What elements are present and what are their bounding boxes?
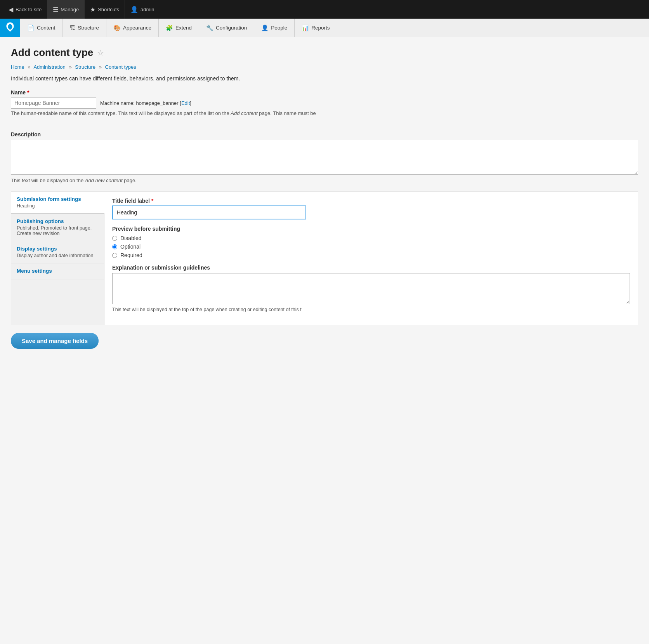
shortcuts-link[interactable]: ★ Shortcuts — [85, 0, 125, 19]
tab-publishing-desc: Published, Promoted to front page, Creat… — [17, 225, 99, 236]
tab-submission-form-settings[interactable]: Submission form settings Heading — [11, 191, 104, 214]
preview-label: Preview before submitting — [112, 226, 630, 232]
structure-icon: 🏗 — [69, 24, 75, 31]
breadcrumb-sep-3: » — [99, 64, 102, 70]
name-label: Name * — [11, 89, 638, 96]
breadcrumb: Home » Administration » Structure » Cont… — [11, 64, 638, 70]
breadcrumb-structure[interactable]: Structure — [75, 64, 95, 70]
nav-item-appearance[interactable]: 🎨 Appearance — [106, 19, 159, 37]
tab-submission-desc: Heading — [17, 203, 99, 209]
description-field-section: Description This text will be displayed … — [11, 131, 638, 183]
radio-required-input[interactable] — [112, 253, 117, 258]
page-content: Add content type ☆ Home » Administration… — [0, 37, 649, 644]
admin-link[interactable]: 👤 admin — [125, 0, 160, 19]
nav-item-people[interactable]: 👤 People — [254, 19, 295, 37]
page-title: Add content type — [11, 47, 93, 59]
admin-bar: ◀ Back to site ☰ Manage ★ Shortcuts 👤 ad… — [0, 0, 649, 19]
nav-label-reports: Reports — [311, 25, 330, 31]
radio-disabled-input[interactable] — [112, 236, 117, 241]
breadcrumb-sep-1: » — [28, 64, 30, 70]
back-arrow-icon: ◀ — [9, 6, 13, 13]
star-icon: ★ — [90, 6, 95, 13]
tab-publishing-options[interactable]: Publishing options Published, Promoted t… — [11, 214, 104, 241]
radio-optional[interactable]: Optional — [112, 244, 630, 250]
menu-icon: ☰ — [53, 6, 58, 13]
breadcrumb-administration[interactable]: Administration — [33, 64, 65, 70]
tab-display-desc: Display author and date information — [17, 253, 99, 258]
extend-icon: 🧩 — [166, 24, 173, 31]
reports-icon: 📊 — [302, 24, 309, 31]
description-hint: This text will be displayed on the Add n… — [11, 178, 638, 183]
tab-menu-title: Menu settings — [17, 268, 99, 274]
page-title-row: Add content type ☆ — [11, 47, 638, 59]
description-label: Description — [11, 131, 638, 138]
radio-disabled-label: Disabled — [120, 235, 141, 241]
preview-section: Preview before submitting Disabled Optio… — [112, 226, 630, 258]
title-field-label: Title field label * — [112, 198, 630, 204]
radio-required[interactable]: Required — [112, 252, 630, 258]
nav-label-structure: Structure — [78, 25, 99, 31]
nav-item-reports[interactable]: 📊 Reports — [295, 19, 337, 37]
tab-display-settings[interactable]: Display settings Display author and date… — [11, 241, 104, 263]
settings-content-area: Title field label * Preview before submi… — [104, 191, 638, 325]
preview-radio-group: Disabled Optional Required — [112, 235, 630, 258]
radio-optional-input[interactable] — [112, 244, 117, 249]
name-input[interactable] — [11, 97, 96, 109]
breadcrumb-sep-2: » — [69, 64, 71, 70]
nav-item-configuration[interactable]: 🔧 Configuration — [199, 19, 254, 37]
explanation-textarea[interactable] — [112, 273, 630, 304]
nav-item-structure[interactable]: 🏗 Structure — [62, 19, 106, 37]
name-field-hint: The human-readable name of this content … — [11, 110, 638, 116]
favorite-star-icon[interactable]: ☆ — [97, 48, 104, 57]
nav-label-configuration: Configuration — [216, 25, 247, 31]
manage-label: Manage — [61, 7, 79, 12]
drupal-logo[interactable] — [0, 19, 20, 37]
breadcrumb-home[interactable]: Home — [11, 64, 24, 70]
admin-label: admin — [141, 7, 154, 12]
sidebar-empty-area — [11, 280, 104, 303]
nav-item-extend[interactable]: 🧩 Extend — [159, 19, 199, 37]
title-required-indicator: * — [151, 198, 153, 204]
breadcrumb-content-types[interactable]: Content types — [105, 64, 136, 70]
save-and-manage-fields-button[interactable]: Save and manage fields — [11, 333, 99, 349]
machine-name-display: Machine name: homepage_banner [Edit] — [100, 100, 191, 106]
machine-name-edit-link[interactable]: Edit — [181, 100, 190, 106]
tab-publishing-title: Publishing options — [17, 218, 99, 224]
nav-item-content[interactable]: 📄 Content — [20, 19, 62, 37]
tab-menu-settings[interactable]: Menu settings — [11, 263, 104, 280]
nav-label-extend: Extend — [175, 25, 192, 31]
configuration-icon: 🔧 — [206, 24, 213, 31]
appearance-icon: 🎨 — [113, 24, 121, 31]
tab-submission-title: Submission form settings — [17, 196, 99, 202]
settings-panel: Submission form settings Heading Publish… — [11, 191, 638, 325]
save-button-label: Save and manage fields — [22, 338, 88, 344]
nav-label-people: People — [271, 25, 287, 31]
explanation-label: Explanation or submission guidelines — [112, 265, 630, 271]
nav-label-content: Content — [37, 25, 55, 31]
user-icon: 👤 — [130, 6, 138, 13]
page-description: Individual content types can have differ… — [11, 75, 638, 82]
title-field-section: Title field label * — [112, 198, 630, 219]
content-icon: 📄 — [27, 24, 35, 31]
explanation-section: Explanation or submission guidelines Thi… — [112, 265, 630, 312]
divider-1 — [11, 124, 638, 124]
name-required-indicator: * — [27, 89, 29, 96]
shortcuts-label: Shortcuts — [98, 7, 119, 12]
explanation-hint: This text will be displayed at the top o… — [112, 307, 630, 312]
name-field-section: Name * Machine name: homepage_banner [Ed… — [11, 89, 638, 116]
back-to-site-link[interactable]: ◀ Back to site — [3, 0, 47, 19]
radio-disabled[interactable]: Disabled — [112, 235, 630, 241]
people-icon: 👤 — [261, 24, 269, 31]
nav-label-appearance: Appearance — [123, 25, 151, 31]
back-to-site-label: Back to site — [16, 7, 42, 12]
tab-display-title: Display settings — [17, 246, 99, 252]
radio-required-label: Required — [120, 252, 142, 258]
radio-optional-label: Optional — [120, 244, 141, 250]
description-textarea[interactable] — [11, 140, 638, 175]
name-input-row: Machine name: homepage_banner [Edit] — [11, 97, 638, 109]
settings-sidebar: Submission form settings Heading Publish… — [11, 191, 104, 325]
title-field-input[interactable] — [112, 205, 306, 219]
main-nav: 📄 Content 🏗 Structure 🎨 Appearance 🧩 Ext… — [0, 19, 649, 37]
manage-link[interactable]: ☰ Manage — [47, 0, 85, 19]
